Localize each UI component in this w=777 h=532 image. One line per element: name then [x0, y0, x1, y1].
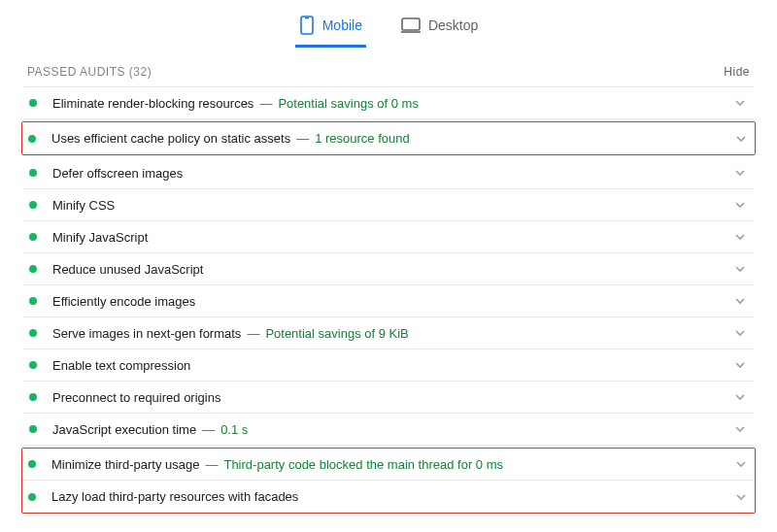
pass-icon [28, 460, 36, 468]
chevron-down-icon [734, 423, 746, 435]
audit-label: Defer offscreen images [52, 166, 183, 181]
audit-label: Preconnect to required origins [52, 390, 220, 405]
tab-desktop-label: Desktop [428, 17, 478, 33]
pass-icon [28, 135, 36, 143]
svg-rect-2 [402, 18, 420, 30]
chevron-down-icon [735, 491, 747, 503]
mobile-icon [299, 16, 315, 35]
pass-icon [29, 297, 37, 305]
separator: — [247, 326, 259, 341]
audit-list: Eliminate render-blocking resources — Po… [23, 86, 754, 514]
audit-label: Minimize third-party usage [51, 457, 199, 472]
chevron-down-icon [735, 133, 747, 145]
audit-row[interactable]: Efficiently encode images [23, 285, 754, 317]
svg-rect-0 [301, 17, 313, 34]
pass-icon [29, 169, 37, 177]
audit-label: Efficiently encode images [52, 294, 195, 309]
highlight-group: Uses efficient cache policy on static as… [21, 121, 756, 155]
audit-label: Lazy load third-party resources with fac… [51, 489, 298, 504]
chevron-down-icon [734, 231, 746, 243]
highlight-group: Minimize third-party usage — Third-party… [21, 448, 756, 514]
audit-label: Minify CSS [52, 198, 115, 213]
audit-row[interactable]: Preconnect to required origins [23, 382, 754, 414]
audit-row[interactable]: JavaScript execution time — 0.1 s [23, 414, 754, 446]
audit-note: 1 resource found [315, 131, 410, 146]
chevron-down-icon [734, 295, 746, 307]
separator: — [205, 457, 218, 472]
chevron-down-icon [734, 327, 746, 339]
audit-label: Reduce unused JavaScript [52, 262, 203, 277]
section-title: PASSED AUDITS [27, 65, 125, 79]
chevron-down-icon [734, 391, 746, 403]
separator: — [202, 422, 215, 437]
audit-row[interactable]: Uses efficient cache policy on static as… [22, 122, 755, 154]
chevron-down-icon [734, 167, 746, 179]
audit-row[interactable]: Lazy load third-party resources with fac… [22, 481, 755, 513]
audit-row[interactable]: Reduce unused JavaScript [23, 253, 754, 285]
section-header: PASSED AUDITS32 Hide [23, 48, 754, 86]
audit-note: Potential savings of 9 KiB [265, 326, 408, 341]
separator: — [259, 96, 272, 111]
pass-icon [29, 361, 37, 369]
audit-note: 0.1 s [220, 422, 248, 437]
audit-row[interactable]: Eliminate render-blocking resources — Po… [23, 87, 754, 119]
desktop-icon [401, 17, 421, 33]
audit-label: Enable text compression [52, 358, 190, 373]
section-count: 32 [125, 65, 152, 79]
pass-icon [29, 425, 37, 433]
pass-icon [28, 493, 36, 501]
pass-icon [29, 265, 37, 273]
passed-audits-section: PASSED AUDITS32 Hide Eliminate render-bl… [0, 48, 777, 527]
pass-icon [29, 233, 37, 241]
chevron-down-icon [734, 359, 746, 371]
section-title-wrap: PASSED AUDITS32 [27, 65, 152, 79]
pass-icon [29, 329, 37, 337]
pass-icon [29, 99, 37, 107]
tab-mobile-label: Mobile [322, 17, 362, 33]
audit-label: Eliminate render-blocking resources [52, 96, 253, 111]
hide-button[interactable]: Hide [724, 65, 750, 79]
audit-label: Minify JavaScript [52, 230, 148, 245]
tab-mobile[interactable]: Mobile [295, 10, 366, 48]
audit-row[interactable]: Minimize third-party usage — Third-party… [22, 449, 755, 481]
chevron-down-icon [734, 263, 746, 275]
audit-row[interactable]: Defer offscreen images [23, 157, 754, 189]
audit-row[interactable]: Minify JavaScript [23, 221, 754, 253]
audit-row[interactable]: Enable text compression [23, 349, 754, 382]
chevron-down-icon [734, 199, 746, 211]
tab-desktop[interactable]: Desktop [397, 10, 482, 48]
device-tabbar: Mobile Desktop [0, 0, 777, 48]
pass-icon [29, 201, 37, 209]
audit-row[interactable]: Minify CSS [23, 189, 754, 221]
audit-note: Potential savings of 0 ms [278, 96, 419, 111]
pass-icon [29, 393, 37, 401]
audit-label: Uses efficient cache policy on static as… [51, 131, 290, 146]
separator: — [296, 131, 309, 146]
chevron-down-icon [734, 97, 746, 109]
audit-label: JavaScript execution time [52, 422, 196, 437]
audit-note: Third-party code blocked the main thread… [223, 457, 503, 472]
chevron-down-icon [735, 458, 747, 470]
audit-row[interactable]: Serve images in next-gen formats — Poten… [23, 317, 754, 349]
audit-label: Serve images in next-gen formats [52, 326, 241, 341]
